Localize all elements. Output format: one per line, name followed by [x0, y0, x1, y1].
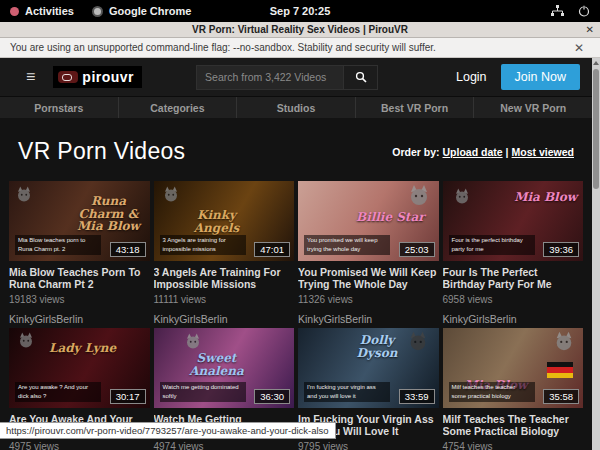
channel-link[interactable]: KinkyGirlsBerlin: [443, 313, 584, 325]
video-card[interactable]: Kinky Angels 3 Angels are training for i…: [154, 181, 295, 325]
nav-item-studios[interactable]: Studios: [237, 97, 356, 118]
channel-watermark-cat-icon: [15, 185, 33, 203]
video-thumbnail[interactable]: Mia Blow Milf teaches the teacher some p…: [443, 328, 584, 408]
desktop: Activities Google Chrome Sep 7 20:25 V: [0, 0, 600, 450]
video-thumbnail[interactable]: Mia Blow Four is the perfect birthday pa…: [443, 181, 584, 261]
video-title[interactable]: 3 Angels Are Training For Impossible Mis…: [154, 266, 295, 290]
duration-badge: 35:58: [543, 389, 579, 404]
video-thumbnail[interactable]: Dolly Dyson I'm fucking your virgin ass …: [298, 328, 439, 408]
duration-badge: 30:17: [110, 389, 146, 404]
browser-viewport: ≡ pirouvr Login Join Now: [0, 58, 600, 450]
page-scrollbar[interactable]: [592, 58, 600, 450]
channel-watermark-cat-icon: [17, 331, 35, 349]
thumbnail-caption: You promised we will keep trying the who…: [304, 235, 390, 255]
search-bar: [196, 65, 378, 90]
video-thumbnail[interactable]: Billie Star You promised we will keep tr…: [298, 181, 439, 261]
nav-item-new-vr-porn[interactable]: New VR Porn: [474, 97, 592, 118]
site-logo[interactable]: pirouvr: [53, 66, 142, 88]
join-now-button[interactable]: Join Now: [501, 64, 580, 90]
video-card[interactable]: Mia Blow Milf teaches the teacher some p…: [443, 328, 584, 450]
vr-goggles-icon: [58, 71, 78, 83]
video-card[interactable]: Mia Blow Four is the perfect birthday pa…: [443, 181, 584, 325]
main-nav: Pornstars Categories Studios Best VR Por…: [0, 96, 592, 118]
power-icon[interactable]: [578, 5, 590, 17]
thumbnail-overlay-title: Runa Charm & Mia Blow: [74, 195, 144, 233]
video-title[interactable]: Milf Teaches The Teacher Some Practical …: [443, 413, 584, 437]
view-count: 6958 views: [443, 294, 584, 305]
warning-close-icon[interactable]: ✕: [574, 41, 590, 55]
scrollbar-thumb[interactable]: [593, 69, 599, 189]
thumbnail-caption: I'm fucking your virgin ass and you will…: [304, 382, 390, 402]
duration-badge: 33:59: [399, 389, 435, 404]
video-grid: Runa Charm & Mia Blow Mia Blow teaches p…: [0, 181, 592, 450]
thumbnail-caption: Watch me getting dominated softly: [160, 382, 246, 402]
duration-badge: 39:36: [543, 242, 579, 257]
order-by-controls: Order by: Upload date|Most viewed: [392, 146, 574, 158]
link-status-bar: https://pirouvr.com/vr-porn-video/779325…: [0, 422, 336, 439]
channel-link[interactable]: KinkyGirlsBerlin: [298, 313, 439, 325]
browser-title-bar: VR Porn: Virtual Reality Sex Videos | Pi…: [0, 22, 600, 38]
system-top-bar: Activities Google Chrome Sep 7 20:25: [0, 0, 600, 22]
view-count: 9795 views: [298, 441, 439, 450]
channel-link[interactable]: KinkyGirlsBerlin: [154, 313, 295, 325]
video-title[interactable]: Mia Blow Teaches Porn To Runa Charm Pt 2: [9, 266, 150, 290]
thumbnail-caption: 3 Angels are training for impossible mis…: [160, 235, 246, 255]
channel-watermark-cat-icon: [407, 183, 431, 207]
video-card[interactable]: Billie Star You promised we will keep tr…: [298, 181, 439, 325]
duration-badge: 36:30: [254, 389, 290, 404]
thumbnail-overlay-title: Dolly Dyson: [342, 334, 412, 359]
order-by-upload-date-link[interactable]: Upload date: [443, 146, 503, 158]
channel-watermark-cat-icon: [553, 330, 575, 352]
thumbnail-overlay-title: Sweet Analena: [182, 352, 252, 377]
clock[interactable]: Sep 7 20:25: [0, 5, 600, 17]
duration-badge: 47:01: [254, 242, 290, 257]
search-button[interactable]: [344, 65, 378, 90]
browser-warning-bar: You are using an unsupported command-lin…: [0, 38, 600, 58]
video-card[interactable]: Runa Charm & Mia Blow Mia Blow teaches p…: [9, 181, 150, 325]
thumbnail-caption: Mia Blow teaches porn to Runa Charm pt. …: [15, 235, 101, 255]
site-header: ≡ pirouvr Login Join Now: [0, 58, 592, 96]
nav-item-best-vr-porn[interactable]: Best VR Porn: [356, 97, 475, 118]
video-thumbnail[interactable]: Runa Charm & Mia Blow Mia Blow teaches p…: [9, 181, 150, 261]
video-thumbnail[interactable]: Sweet Analena Watch me getting dominated…: [154, 328, 295, 408]
view-count: 11326 views: [298, 294, 439, 305]
channel-link[interactable]: KinkyGirlsBerlin: [9, 313, 150, 325]
thumbnail-overlay-title: Lady Lyne: [49, 342, 116, 355]
thumbnail-caption: Four is the perfect birthday party for m…: [449, 235, 535, 255]
order-separator: |: [503, 146, 512, 158]
german-flag-icon: [547, 362, 573, 378]
video-title[interactable]: Four Is The Perfect Birthday Party For M…: [443, 266, 584, 290]
thumbnail-caption: Are you awake ? And your dick also ?: [15, 382, 101, 402]
view-count: 11111 views: [154, 294, 295, 305]
view-count: 4975 views: [9, 441, 150, 450]
video-title[interactable]: You Promised We Will Keep Trying The Who…: [298, 266, 439, 290]
channel-watermark-cat-icon: [162, 185, 180, 203]
channel-watermark-cat-icon: [184, 332, 202, 350]
scroll-up-icon[interactable]: [593, 61, 599, 65]
site-logo-text: pirouvr: [82, 69, 134, 85]
channel-watermark-cat-icon: [453, 187, 471, 205]
page-title: VR Porn Videos: [18, 138, 185, 165]
nav-item-pornstars[interactable]: Pornstars: [0, 97, 119, 118]
thumbnail-overlay-title: Billie Star: [356, 211, 425, 224]
network-icon[interactable]: [551, 5, 564, 17]
thumbnail-caption: Milf teaches the teacher some practical …: [449, 382, 535, 402]
tab-title[interactable]: VR Porn: Virtual Reality Sex Videos | Pi…: [192, 24, 408, 35]
search-input[interactable]: [196, 65, 344, 90]
video-thumbnail[interactable]: Lady Lyne Are you awake ? And your dick …: [9, 328, 150, 408]
duration-badge: 43:18: [110, 242, 146, 257]
duration-badge: 25:03: [399, 242, 435, 257]
nav-item-categories[interactable]: Categories: [119, 97, 238, 118]
warning-message: You are using an unsupported command-lin…: [10, 42, 574, 53]
view-count: 4974 views: [154, 441, 295, 450]
hamburger-menu-icon[interactable]: ≡: [26, 68, 35, 86]
thumbnail-overlay-title: Kinky Angels: [182, 209, 252, 234]
search-icon: [355, 71, 367, 83]
view-count: 19183 views: [9, 294, 150, 305]
login-link[interactable]: Login: [456, 70, 487, 84]
hovered-link-url: https://pirouvr.com/vr-porn-video/779325…: [6, 425, 329, 436]
tab-close-icon[interactable]: ✕: [586, 22, 594, 37]
video-thumbnail[interactable]: Kinky Angels 3 Angels are training for i…: [154, 181, 295, 261]
order-by-most-viewed-link[interactable]: Most viewed: [512, 146, 574, 158]
thumbnail-overlay-title: Mia Blow: [514, 191, 577, 204]
